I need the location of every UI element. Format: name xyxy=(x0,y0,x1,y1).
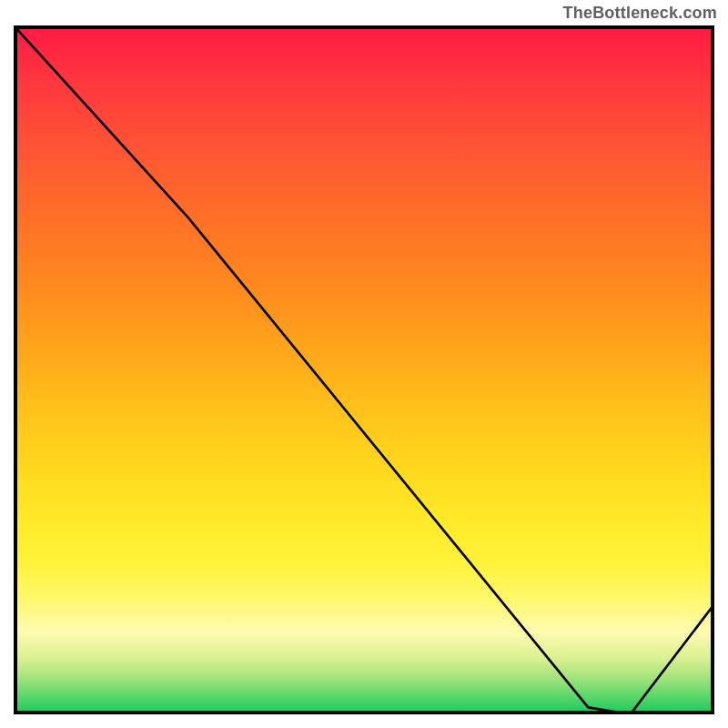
chart-container xyxy=(14,25,714,714)
chart-line-layer xyxy=(14,25,714,714)
data-series-line xyxy=(14,25,714,714)
watermark-text: TheBottleneck.com xyxy=(563,4,717,23)
